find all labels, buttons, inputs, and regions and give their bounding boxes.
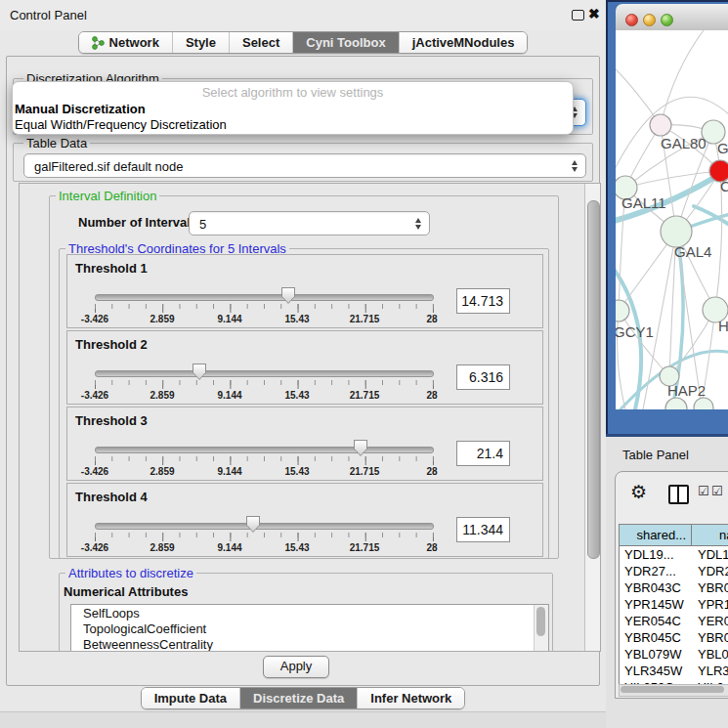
table-row[interactable]: YBR043CYBR0 <box>620 579 728 596</box>
column-header-shared-name[interactable]: shared... <box>620 525 692 546</box>
table-panel: ⚙ ☑ ☑ shared... na YDL19...YDL1 YDR27...… <box>615 471 728 699</box>
gear-icon[interactable]: ⚙ <box>630 483 647 501</box>
threshold-1-value-field[interactable] <box>456 288 510 314</box>
right-column: GAL80 GAL11 GAL4 GCY1 HAP2 G C H Table P… <box>606 0 728 728</box>
table-row[interactable]: YPR145WYPR1 <box>620 596 728 613</box>
threshold-3-label: Threshold 3 <box>75 413 148 428</box>
edge[interactable] <box>661 30 704 125</box>
threshold-4-panel: Threshold 4 -3.426 2.859 9.144 15.43 21.… <box>66 483 543 557</box>
tick-marks <box>95 533 434 537</box>
minimize-traffic-light[interactable] <box>643 14 656 26</box>
table-row[interactable]: YDR27...YDR2 <box>620 563 728 579</box>
scale-label: 9.144 <box>217 466 241 477</box>
threshold-3-slider-thumb[interactable] <box>354 440 367 456</box>
tab-style[interactable]: Style <box>172 32 229 53</box>
tab-infer-network[interactable]: Infer Network <box>357 688 464 708</box>
interval-definition-group-title: Interval Definition <box>56 189 159 203</box>
node-partial[interactable] <box>694 398 713 409</box>
table-row[interactable]: YLR345WYLR3 <box>620 663 728 679</box>
number-of-intervals-label: Number of Intervals <box>78 215 197 230</box>
screen: Control Panel ✖ <box>0 0 728 728</box>
threshold-1-slider-track[interactable] <box>95 294 434 301</box>
tab-jactivemnodules[interactable]: jActiveMNodules <box>399 32 528 53</box>
bottom-strip <box>0 711 606 728</box>
checkbox-icon[interactable]: ☑ <box>698 485 709 497</box>
threshold-4-label: Threshold 4 <box>75 490 148 504</box>
threshold-4-slider-track[interactable] <box>95 523 434 530</box>
tick-marks <box>95 456 434 461</box>
node-gcy1[interactable] <box>616 300 629 321</box>
algorithm-placeholder-option[interactable]: Select algorithm to view settings <box>13 82 573 101</box>
scale-label: 9.144 <box>217 542 241 553</box>
close-traffic-light[interactable] <box>625 14 638 26</box>
network-window-titlebar[interactable] <box>616 4 728 31</box>
table-row[interactable]: YER054CYER0 <box>620 613 728 629</box>
settings-vertical-scrollbar[interactable] <box>584 184 601 651</box>
threshold-2-value-field[interactable] <box>456 364 510 390</box>
number-of-intervals-combobox[interactable]: 5 <box>189 211 430 236</box>
threshold-3-slider-track[interactable] <box>95 447 434 453</box>
scrollbar-thumb[interactable] <box>621 686 724 693</box>
scale-label: 21.715 <box>350 314 380 324</box>
attributes-list-scrollbar[interactable] <box>534 605 548 651</box>
algorithm-option-manual[interactable]: Manual Discretization <box>13 101 573 116</box>
threshold-1-slider-thumb[interactable] <box>281 287 295 304</box>
tab-network[interactable]: Network <box>79 32 172 53</box>
settings-scroll-area: Interval Definition Number of Intervals … <box>19 183 601 652</box>
threshold-2-slider-thumb[interactable] <box>193 364 206 380</box>
table-row[interactable]: YBL079WYBL0 <box>620 646 728 663</box>
scale-label: 2.859 <box>150 314 174 324</box>
node-label: HAP2 <box>667 382 706 399</box>
tick-marks <box>95 304 434 309</box>
threshold-4-slider-thumb[interactable] <box>246 516 260 533</box>
checkbox-icon[interactable]: ☑ <box>711 485 723 497</box>
list-item[interactable]: TopologicalCoefficient <box>71 621 548 636</box>
threshold-2-label: Threshold 2 <box>75 337 148 352</box>
scale-label: 2.859 <box>150 542 174 553</box>
edge[interactable] <box>619 311 669 376</box>
float-window-icon[interactable] <box>572 10 584 21</box>
list-item[interactable]: SelfLoops <box>71 605 548 621</box>
network-window-frame: GAL80 GAL11 GAL4 GCY1 HAP2 G C H <box>606 0 728 437</box>
algorithm-option-equal-width[interactable]: Equal Width/Frequency Discretization <box>13 116 573 132</box>
scale-label: 15.43 <box>284 466 309 477</box>
table-row[interactable]: YBR045CYBR0 <box>620 629 728 646</box>
scrollbar-thumb[interactable] <box>536 607 545 636</box>
scrollbar-thumb[interactable] <box>587 200 600 559</box>
tab-discretize-data[interactable]: Discretize Data <box>239 688 357 708</box>
close-icon[interactable]: ✖ <box>588 6 600 21</box>
control-panel: Control Panel ✖ <box>0 0 606 728</box>
threshold-1-panel: Threshold 1 -3.426 2.859 9.144 15.43 21.… <box>66 254 543 328</box>
zoom-traffic-light[interactable] <box>661 14 673 26</box>
scale-label: 21.715 <box>350 466 380 477</box>
apply-button[interactable]: Apply <box>263 656 329 678</box>
scale-label: 15.43 <box>284 390 309 401</box>
scale-label: 2.859 <box>150 390 174 401</box>
threshold-3-value-field[interactable] <box>456 441 510 466</box>
tab-cyni-toolbox[interactable]: Cyni Toolbox <box>292 32 398 53</box>
table-data-combobox[interactable]: galFiltered.sif default node <box>23 153 586 178</box>
threshold-4-value-field[interactable] <box>456 517 510 542</box>
scale-label: -3.426 <box>81 390 108 401</box>
node-partial[interactable] <box>665 398 687 409</box>
tick-marks <box>95 380 434 385</box>
node-gal80[interactable] <box>650 114 671 136</box>
table-data-group: Table Data galFiltered.sif default node <box>13 143 593 182</box>
table-horizontal-scrollbar[interactable] <box>619 684 728 697</box>
tab-impute-data[interactable]: Impute Data <box>142 688 239 708</box>
scale-label: 28 <box>426 390 437 401</box>
tab-select[interactable]: Select <box>229 32 292 53</box>
node-label: GAL4 <box>674 243 711 260</box>
control-panel-titlebar: Control Panel ✖ <box>0 0 606 29</box>
threshold-2-slider-track[interactable] <box>95 370 434 377</box>
scale-label: 28 <box>426 542 437 553</box>
network-view-canvas[interactable]: GAL80 GAL11 GAL4 GCY1 HAP2 G C H <box>616 30 728 409</box>
network-icon <box>92 36 105 50</box>
table-row[interactable]: YDL19...YDL1 <box>620 546 728 563</box>
table-data-group-title: Table Data <box>23 136 90 150</box>
columns-icon[interactable] <box>668 485 689 504</box>
node-table: shared... na YDL19...YDL1 YDR27...YDR2 Y… <box>619 524 728 686</box>
list-item[interactable]: BetweennessCentrality <box>71 636 548 652</box>
column-header-name[interactable]: na <box>692 525 728 546</box>
algorithm-dropdown-popup: Select algorithm to view settings Manual… <box>12 81 574 135</box>
